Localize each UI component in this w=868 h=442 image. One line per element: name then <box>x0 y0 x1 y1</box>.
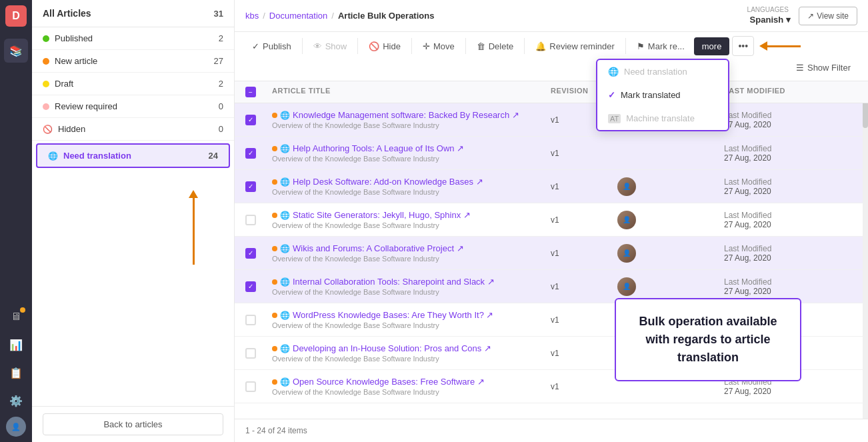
language-selector[interactable]: LANGUAGES Spanish ▾ <box>747 6 794 26</box>
sidebar-item-published[interactable]: Published 2 <box>32 27 234 50</box>
dropdown-item-need-translation[interactable]: 🌐 Need translation <box>597 60 728 83</box>
nav-settings[interactable]: ⚙️ <box>4 389 28 413</box>
article-subtitle-4: Overview of the Knowledge Base Software … <box>272 221 551 229</box>
select-all-checkbox[interactable]: − <box>245 87 256 97</box>
dropdown-item-machine-translate[interactable]: AT Machine translate <box>597 107 728 130</box>
nav-display[interactable]: 🖥 <box>4 305 28 329</box>
toolbar: ✓ Publish 👁 Show 🚫 Hide ✛ Move 🗑 Delete … <box>235 32 868 81</box>
sidebar-item-draft[interactable]: Draft 2 <box>32 73 234 95</box>
delete-label: Delete <box>489 41 514 51</box>
status-dot-1 <box>272 113 277 118</box>
review-dot <box>43 103 49 110</box>
nav-analytics[interactable]: 📊 <box>4 333 28 357</box>
modified-2: Last Modified 27 Aug, 2020 <box>724 144 844 163</box>
topbar: kbs / Documentation / Article Bulk Opera… <box>235 0 868 32</box>
version-5: v1 <box>551 249 617 258</box>
need-translation-globe-icon: 🌐 <box>48 151 58 161</box>
sidebar-item-need-translation[interactable]: 🌐 Need translation 24 <box>36 143 230 168</box>
row-checkbox-1[interactable]: ✓ <box>245 115 256 125</box>
modified-6: Last Modified 27 Aug, 2020 <box>724 277 844 296</box>
mark-button[interactable]: ⚑ Mark re... <box>630 37 691 55</box>
article-subtitle-8: Overview of the Knowledge Base Software … <box>272 355 551 363</box>
modified-5: Last Modified 27 Aug, 2020 <box>724 244 844 263</box>
view-site-button[interactable]: ↗ View site <box>799 7 857 25</box>
nav-knowledge-base[interactable]: 📚 <box>4 39 28 63</box>
publish-label: Publish <box>263 41 291 51</box>
row-checkbox-2[interactable]: ✓ <box>245 148 256 159</box>
three-dots-button[interactable]: ••• <box>732 36 754 56</box>
show-button[interactable]: 👁 Show <box>307 37 354 55</box>
row-checkbox-8[interactable] <box>245 348 256 359</box>
row-checkbox-4[interactable] <box>245 215 256 225</box>
breadcrumb-root[interactable]: kbs <box>245 11 259 21</box>
toolbar-separator-5 <box>524 38 525 54</box>
toolbar-separator-6 <box>625 38 626 54</box>
delete-button[interactable]: 🗑 Delete <box>470 37 521 55</box>
status-dot-8 <box>272 346 277 351</box>
row-checkbox-6[interactable]: ✓ <box>245 281 256 292</box>
published-label: Published <box>55 33 213 43</box>
table-header: − ARTICLE TITLE REVISION LAST MODIFIED <box>235 81 868 103</box>
language-button[interactable]: Spanish ▾ <box>747 13 794 26</box>
back-to-articles-button[interactable]: Back to articles <box>43 413 223 435</box>
view-site-label: View site <box>817 11 849 21</box>
nav-reports[interactable]: 📋 <box>4 361 28 385</box>
row-checkbox-9[interactable] <box>245 381 256 392</box>
globe-icon-3: 🌐 <box>280 177 290 187</box>
row-checkbox-3[interactable]: ✓ <box>245 181 256 192</box>
article-cell-1: 🌐 Knowledge Management software: Backed … <box>272 110 551 129</box>
pagination: 1 - 24 of 24 items <box>235 419 868 442</box>
article-title-4[interactable]: Static Site Generators: Jekyll, Hugo, Sp… <box>293 210 471 220</box>
move-button[interactable]: ✛ Move <box>416 37 461 55</box>
row-checkbox-5[interactable]: ✓ <box>245 248 256 259</box>
left-navigation: D 📚 🖥 📊 📋 ⚙️ 👤 <box>0 0 32 442</box>
mark-label: Mark re... <box>648 41 685 51</box>
user-avatar[interactable]: 👤 <box>6 417 26 437</box>
article-title-2[interactable]: Help Authoring Tools: A League of Its Ow… <box>293 143 464 153</box>
article-title-5[interactable]: Wikis and Forums: A Collaborative Projec… <box>293 243 464 253</box>
status-dot-3 <box>272 179 277 185</box>
review-reminder-button[interactable]: 🔔 Review reminder <box>529 37 621 55</box>
dropdown-item-mark-translated[interactable]: Mark translated <box>597 83 728 107</box>
machine-translate-label: Machine translate <box>626 113 695 123</box>
article-title-9[interactable]: Open Source Knowledge Bases: Free Softwa… <box>293 377 485 387</box>
globe-icon-4: 🌐 <box>280 211 290 220</box>
app-logo[interactable]: D <box>5 5 27 27</box>
toolbar-separator-1 <box>302 38 303 54</box>
publish-button[interactable]: ✓ Publish <box>245 37 298 55</box>
article-subtitle-9: Overview of the Knowledge Base Software … <box>272 388 551 396</box>
main-content: kbs / Documentation / Article Bulk Opera… <box>235 0 868 442</box>
status-dot-4 <box>272 213 277 218</box>
breadcrumb-section[interactable]: Documentation <box>269 11 327 21</box>
row-checkbox-7[interactable] <box>245 315 256 325</box>
arrow-shaft-vertical <box>193 198 195 265</box>
breadcrumb-sep1: / <box>263 11 265 21</box>
version-6: v1 <box>551 282 617 291</box>
table-row: 🌐 Static Site Generators: Jekyll, Hugo, … <box>235 203 868 237</box>
status-dot-5 <box>272 246 277 251</box>
col-article-title: ARTICLE TITLE <box>272 87 551 97</box>
sidebar-item-new-article[interactable]: New article 27 <box>32 50 234 73</box>
article-title-7[interactable]: WordPress Knowledge Bases: Are They Wort… <box>293 310 493 320</box>
show-icon: 👁 <box>313 41 322 51</box>
scrollbar[interactable] <box>863 81 868 419</box>
sidebar-list: Published 2 New article 27 Draft 2 Revie… <box>32 27 234 406</box>
article-title-6[interactable]: Internal Collaboration Tools: Sharepoint… <box>293 277 495 287</box>
version-4: v1 <box>551 215 617 225</box>
article-title-1[interactable]: Knowledge Management software: Backed By… <box>293 110 519 120</box>
more-button[interactable]: more <box>694 37 730 55</box>
breadcrumb-sep2: / <box>331 11 334 21</box>
breadcrumb: kbs / Documentation / Article Bulk Opera… <box>245 11 742 21</box>
article-title-8[interactable]: Developing an In-House Solution: Pros an… <box>293 343 491 353</box>
draft-count: 2 <box>219 79 223 89</box>
draft-dot <box>43 81 49 87</box>
arrow-head-left <box>759 41 767 51</box>
article-title-3[interactable]: Help Desk Software: Add-on Knowledge Bas… <box>293 177 483 187</box>
sidebar-item-review-required[interactable]: Review required 0 <box>32 95 234 118</box>
need-translation-label: Need translation <box>63 151 203 161</box>
globe-icon-1: 🌐 <box>280 111 290 120</box>
sidebar-item-hidden[interactable]: 🚫 Hidden 0 <box>32 118 234 141</box>
review-icon: 🔔 <box>535 41 546 51</box>
show-filter-button[interactable]: ☰ Show Filter <box>789 59 857 77</box>
hide-button[interactable]: 🚫 Hide <box>362 37 407 55</box>
